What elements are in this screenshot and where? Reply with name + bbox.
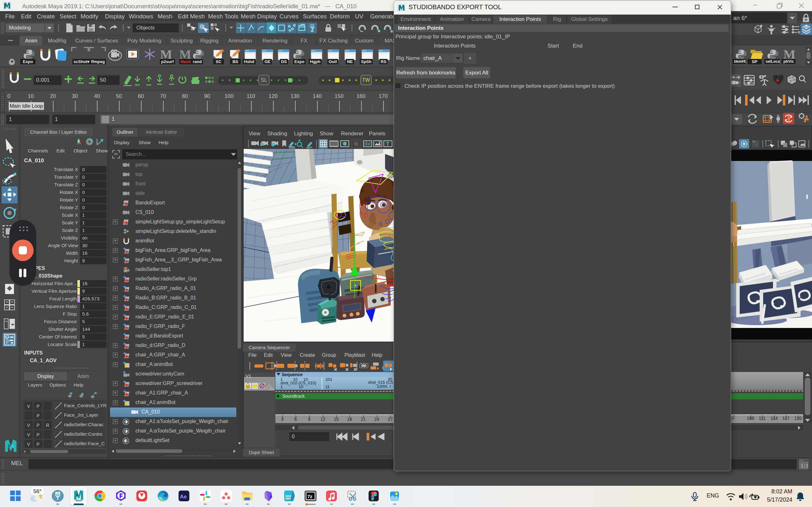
svg-text:MAYA: MAYA — [76, 499, 82, 502]
svg-text:one: one — [286, 494, 291, 498]
svg-text:T: T — [386, 141, 390, 147]
svg-text:Ae: Ae — [180, 494, 187, 500]
svg-text:S: S — [159, 75, 160, 78]
svg-text:?: ? — [311, 26, 314, 32]
svg-text:7z: 7z — [307, 494, 312, 499]
svg-text:{;}: {;} — [801, 463, 808, 468]
svg-text:+: + — [96, 392, 98, 395]
svg-text:S: S — [171, 75, 172, 78]
